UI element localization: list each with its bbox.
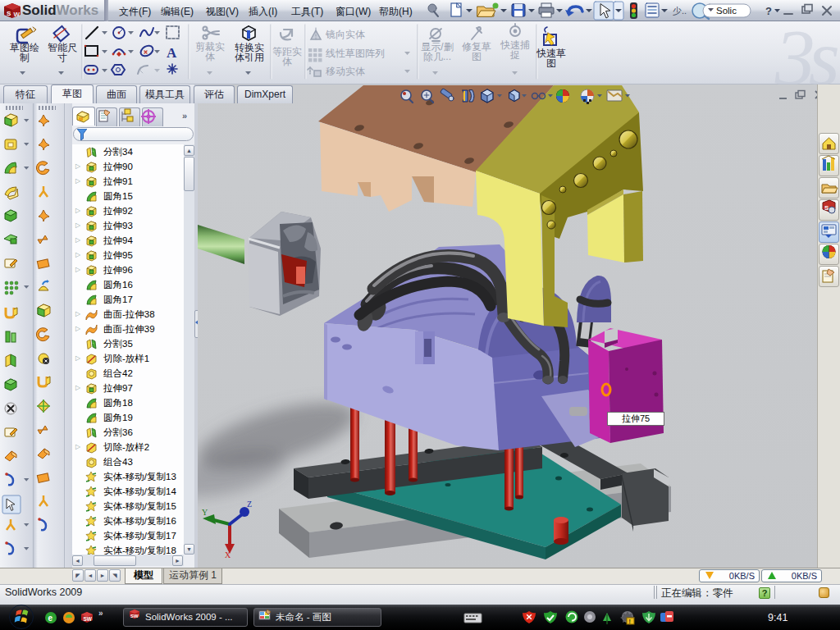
svg-text:»: » xyxy=(98,609,103,618)
svg-text:A: A xyxy=(167,45,177,61)
svg-text:!: ! xyxy=(629,619,631,624)
svg-text:SW: SW xyxy=(130,614,139,619)
svg-text:W: W xyxy=(14,11,21,18)
svg-text:e: e xyxy=(48,614,53,623)
svg-text:Solic: Solic xyxy=(716,6,737,16)
svg-text:S: S xyxy=(7,10,11,17)
svg-text:X: X xyxy=(225,550,231,559)
svg-text:Y: Y xyxy=(202,508,208,517)
svg-text:9:41: 9:41 xyxy=(768,612,788,623)
svg-text:SW: SW xyxy=(84,616,93,622)
svg-text:?: ? xyxy=(765,5,772,17)
svg-text:Z: Z xyxy=(247,500,252,509)
svg-text:少..: 少.. xyxy=(673,6,687,16)
